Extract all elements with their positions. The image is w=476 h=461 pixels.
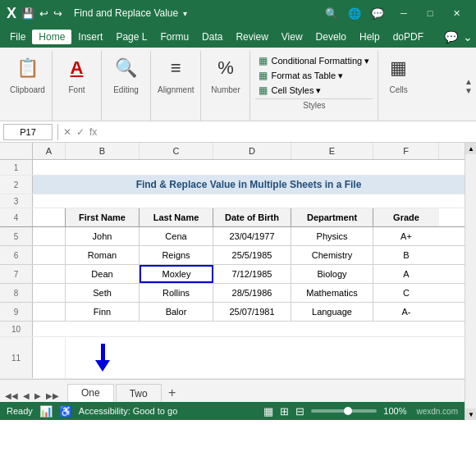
view-page-break-icon[interactable]: ⊟ bbox=[295, 405, 304, 418]
cell-4a[interactable] bbox=[33, 208, 66, 226]
cell-9f[interactable]: A- bbox=[373, 303, 439, 321]
cell-6f[interactable]: B bbox=[373, 246, 439, 264]
sheet-tab-two[interactable]: Two bbox=[116, 384, 162, 402]
accessibility-text: Accessibility: Good to go bbox=[79, 406, 177, 416]
cell-5e[interactable]: Physics bbox=[291, 227, 373, 245]
menu-file[interactable]: File bbox=[3, 30, 32, 44]
ribbon-options-icon[interactable]: ⌄ bbox=[463, 30, 473, 43]
zoom-slider[interactable] bbox=[311, 409, 377, 413]
cell-8e[interactable]: Mathematics bbox=[291, 284, 373, 302]
scroll-up-button[interactable]: ▲ bbox=[465, 143, 476, 154]
alignment-button[interactable]: ≡ bbox=[166, 54, 186, 82]
cell-8d[interactable]: 28/5/1986 bbox=[213, 284, 291, 302]
close-button[interactable]: ✕ bbox=[443, 0, 469, 26]
cell-7d[interactable]: 7/12/1985 bbox=[213, 265, 291, 283]
menu-review[interactable]: Review bbox=[229, 30, 274, 44]
header-dob[interactable]: Date of Birth bbox=[213, 208, 291, 226]
title-dropdown-icon[interactable]: ▾ bbox=[183, 9, 187, 18]
cell-8c[interactable]: Rollins bbox=[140, 284, 213, 302]
menu-page-layout[interactable]: Page L bbox=[109, 30, 153, 44]
minimize-button[interactable]: ─ bbox=[391, 0, 417, 26]
number-button[interactable]: % bbox=[213, 54, 239, 82]
cell-8b[interactable]: Seth bbox=[66, 284, 140, 302]
cell-styles-label: Cell Styles ▾ bbox=[271, 85, 321, 96]
quick-access-undo-icon[interactable]: ↩ bbox=[39, 7, 48, 20]
menu-insert[interactable]: Insert bbox=[71, 30, 109, 44]
format-table-button[interactable]: ▦ Format as Table ▾ bbox=[255, 69, 373, 82]
ribbon-collapse-icon[interactable]: 💬 bbox=[444, 30, 458, 43]
cell-8a[interactable] bbox=[33, 284, 66, 302]
sheet-nav-last-icon[interactable]: ▶▶ bbox=[44, 390, 61, 402]
clipboard-button[interactable]: 📋 bbox=[11, 54, 43, 82]
ribbon: 📋 Clipboard A Font 🔍 Editing ≡ Alignment… bbox=[0, 48, 476, 121]
menu-home[interactable]: Home bbox=[32, 30, 71, 44]
row-11-rest bbox=[140, 337, 465, 378]
col-header-b: B bbox=[66, 143, 140, 159]
row-6: 6 Roman Reigns 25/5/1985 Chemistry B bbox=[0, 246, 465, 265]
menu-formulas[interactable]: Formu bbox=[153, 30, 195, 44]
row-9: 9 Finn Balor 25/07/1981 Language A- bbox=[0, 303, 465, 322]
cell-6b[interactable]: Roman bbox=[66, 246, 140, 264]
cell-9e[interactable]: Language bbox=[291, 303, 373, 321]
header-department[interactable]: Department bbox=[291, 208, 373, 226]
formula-cancel-icon[interactable]: ✕ bbox=[63, 126, 71, 138]
sheet-nav-first-icon[interactable]: ◀◀ bbox=[3, 390, 20, 402]
view-normal-icon[interactable]: ▦ bbox=[263, 405, 273, 418]
ribbon-scroll-up-icon[interactable]: ▲ bbox=[465, 77, 473, 86]
cell-6a[interactable] bbox=[33, 246, 66, 264]
cell-9b[interactable]: Finn bbox=[66, 303, 140, 321]
format-table-label: Format as Table ▾ bbox=[271, 71, 343, 81]
cell-7f[interactable]: A bbox=[373, 265, 439, 283]
cell-7a[interactable] bbox=[33, 265, 66, 283]
cell-styles-button[interactable]: ▦ Cell Styles ▾ bbox=[255, 84, 373, 97]
scroll-track[interactable] bbox=[465, 154, 476, 409]
cell-9d[interactable]: 25/07/1981 bbox=[213, 303, 291, 321]
zoom-level-text: 100% bbox=[383, 406, 406, 416]
search-title-icon[interactable]: 🔍 bbox=[325, 7, 338, 20]
menu-view[interactable]: View bbox=[275, 30, 309, 44]
cell-5d[interactable]: 23/04/1977 bbox=[213, 227, 291, 245]
menu-developer[interactable]: Develo bbox=[309, 30, 353, 44]
header-lastname[interactable]: Last Name bbox=[140, 208, 213, 226]
cell-7e[interactable]: Biology bbox=[291, 265, 373, 283]
formula-insert-icon[interactable]: fx bbox=[89, 126, 97, 138]
cell-5a[interactable] bbox=[33, 227, 66, 245]
maximize-button[interactable]: □ bbox=[417, 0, 443, 26]
cell-9c[interactable]: Balor bbox=[140, 303, 213, 321]
menu-help[interactable]: Help bbox=[353, 30, 387, 44]
cell-5c[interactable]: Cena bbox=[140, 227, 213, 245]
sheet-nav-prev-icon[interactable]: ◀ bbox=[21, 390, 31, 402]
sheet-tab-one[interactable]: One bbox=[67, 384, 114, 402]
cell-7c-highlighted[interactable]: Moxley bbox=[140, 265, 213, 283]
name-box[interactable] bbox=[3, 124, 53, 140]
cell-6e[interactable]: Chemistry bbox=[291, 246, 373, 264]
share-icon[interactable]: 🌐 bbox=[348, 7, 361, 20]
cell-5f[interactable]: A+ bbox=[373, 227, 439, 245]
scroll-down-button[interactable]: ▼ bbox=[465, 409, 476, 420]
editing-button[interactable]: 🔍 bbox=[110, 54, 142, 82]
conditional-formatting-button[interactable]: ▦ Conditional Formatting ▾ bbox=[255, 54, 373, 67]
formula-input[interactable] bbox=[100, 126, 473, 138]
formula-accept-icon[interactable]: ✓ bbox=[76, 126, 85, 138]
cell-7b[interactable]: Dean bbox=[66, 265, 140, 283]
font-button[interactable]: A bbox=[66, 54, 89, 82]
cell-8f[interactable]: C bbox=[373, 284, 439, 302]
cell-6d[interactable]: 25/5/1985 bbox=[213, 246, 291, 264]
menu-dopdf[interactable]: doPDF bbox=[387, 30, 430, 44]
header-firstname[interactable]: First Name bbox=[66, 208, 140, 226]
cells-button[interactable]: ▦ bbox=[385, 54, 412, 82]
cell-5b[interactable]: John bbox=[66, 227, 140, 245]
comment-icon[interactable]: 💬 bbox=[371, 7, 384, 20]
font-label: Font bbox=[68, 85, 85, 94]
add-sheet-button[interactable]: + bbox=[163, 384, 181, 402]
header-grade[interactable]: Grade bbox=[373, 208, 439, 226]
sheet-nav-next-icon[interactable]: ▶ bbox=[33, 390, 43, 402]
view-layout-icon[interactable]: ⊞ bbox=[280, 405, 289, 418]
cell-6c[interactable]: Reigns bbox=[140, 246, 213, 264]
quick-access-save-icon[interactable]: 💾 bbox=[21, 7, 34, 20]
cell-9a[interactable] bbox=[33, 303, 66, 321]
menu-data[interactable]: Data bbox=[195, 30, 229, 44]
quick-access-redo-icon[interactable]: ↪ bbox=[53, 7, 62, 20]
ribbon-scroll-down-icon[interactable]: ▼ bbox=[465, 86, 473, 95]
formula-icons: ✕ ✓ fx bbox=[63, 126, 97, 138]
